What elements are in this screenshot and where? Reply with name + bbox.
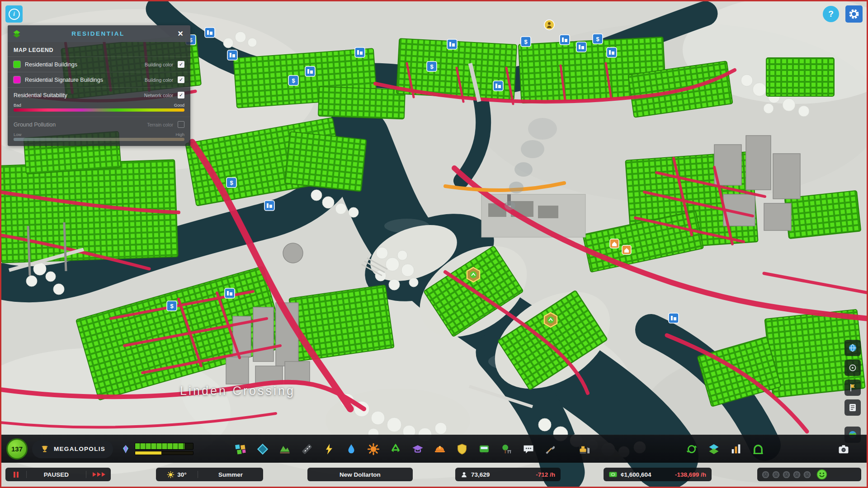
park-tree-icon bbox=[500, 443, 513, 455]
neutral-face-icon bbox=[762, 471, 769, 479]
help-button[interactable]: ? bbox=[823, 6, 839, 22]
signature-swatch bbox=[14, 76, 20, 83]
healthcare-tool-button[interactable] bbox=[366, 441, 381, 457]
economy-icon bbox=[685, 443, 698, 455]
statistics-button[interactable] bbox=[729, 441, 743, 457]
landscaping-tool-button[interactable] bbox=[543, 441, 558, 457]
areas-tool-button[interactable] bbox=[255, 441, 270, 457]
healthcare-icon bbox=[367, 443, 380, 455]
legend-row-ground-pollution: Ground Pollution Terrain color Low High bbox=[8, 117, 190, 146]
bulldozer-tool-button[interactable] bbox=[577, 441, 592, 457]
scale-high-label: Good bbox=[174, 103, 184, 108]
roads-tool-button[interactable] bbox=[300, 441, 314, 457]
happiness-pill[interactable] bbox=[757, 468, 861, 481]
checkbox-residential[interactable]: ✓ bbox=[178, 61, 184, 68]
settings-button[interactable] bbox=[845, 5, 863, 23]
main-toolbar: 137 MEGALOPOLIS bbox=[0, 435, 868, 463]
xp-progress-bar bbox=[135, 451, 193, 455]
landmark-button[interactable] bbox=[844, 380, 861, 396]
education-tool-button[interactable] bbox=[410, 441, 425, 457]
water-drop-icon bbox=[345, 443, 358, 455]
xp-badge[interactable]: 137 bbox=[6, 438, 28, 460]
signature-marker bbox=[544, 313, 557, 327]
season-label: Summer bbox=[198, 468, 263, 481]
transportation-tool-button[interactable] bbox=[477, 441, 491, 457]
weather-control[interactable]: 30° Summer bbox=[156, 468, 263, 481]
happy-face-icon bbox=[816, 469, 827, 480]
residential-swatch bbox=[14, 61, 20, 68]
police-tool-button[interactable] bbox=[455, 441, 469, 457]
crystal-icon bbox=[120, 444, 131, 455]
neutral-face-icon bbox=[772, 471, 780, 479]
communications-tool-button[interactable] bbox=[521, 441, 536, 457]
population-value: 73,629 bbox=[471, 471, 490, 478]
parks-tool-button[interactable] bbox=[499, 441, 514, 457]
checkbox-pollution[interactable] bbox=[178, 121, 184, 128]
shield-icon bbox=[456, 443, 468, 455]
pause-icon bbox=[14, 472, 19, 478]
milestone-progress-bar bbox=[135, 443, 193, 450]
locate-icon bbox=[847, 362, 858, 373]
money-icon bbox=[609, 471, 617, 478]
neutral-face-icon bbox=[803, 471, 811, 479]
garbage-tool-button[interactable] bbox=[388, 441, 403, 457]
checkbox-suitability[interactable]: ✓ bbox=[178, 92, 184, 99]
legend-row-residential-buildings: Residential Buildings Building color ✓ bbox=[8, 56, 190, 72]
electricity-tool-button[interactable] bbox=[322, 441, 336, 457]
zoning-icon bbox=[234, 443, 247, 455]
zoning-tool-button[interactable] bbox=[233, 441, 248, 457]
roads-icon bbox=[301, 443, 313, 455]
map-side-buttons bbox=[844, 340, 861, 443]
status-bar: PAUSED 30° Summer New Dollarton bbox=[0, 468, 868, 483]
water-tool-button[interactable] bbox=[344, 441, 359, 457]
help-icon: ? bbox=[828, 9, 834, 19]
speed-button[interactable] bbox=[86, 468, 111, 481]
close-icon[interactable]: × bbox=[175, 28, 186, 39]
scale-low-label: Low bbox=[14, 132, 21, 137]
treasury-trend: -138,699 /h bbox=[675, 471, 706, 478]
map-legend-panel: RESIDENTIAL × MAP LEGEND Residential Bui… bbox=[8, 25, 190, 146]
legend-row-suitability: Residential Suitability Network color ✓ … bbox=[8, 87, 190, 117]
checkbox-signature[interactable]: ✓ bbox=[178, 76, 184, 83]
simulation-control: PAUSED bbox=[5, 468, 111, 481]
journal-button[interactable] bbox=[844, 399, 861, 416]
scale-low-label: Bad bbox=[14, 103, 21, 108]
city-name: New Dollarton bbox=[340, 471, 381, 478]
milestone-progress-fill bbox=[135, 443, 184, 449]
bar-chart-icon bbox=[730, 443, 742, 455]
pause-state-label: PAUSED bbox=[27, 468, 86, 481]
sun-icon bbox=[167, 471, 175, 479]
fire-rescue-tool-button[interactable] bbox=[433, 441, 447, 457]
pollution-gradient-bar bbox=[14, 138, 184, 141]
legend-header[interactable]: RESIDENTIAL × bbox=[8, 25, 190, 42]
photo-mode-button[interactable] bbox=[836, 441, 851, 457]
info-icon: i bbox=[9, 9, 20, 20]
treasury-value: ¢1,600,604 bbox=[621, 471, 651, 478]
progression-button[interactable] bbox=[751, 441, 765, 457]
suitability-gradient-bar bbox=[14, 108, 184, 112]
scale-high-label: High bbox=[175, 132, 184, 137]
population-trend: -712 /h bbox=[536, 471, 555, 478]
neutral-face-icon bbox=[793, 471, 801, 479]
population-pill[interactable]: 73,629 -712 /h bbox=[455, 468, 561, 481]
game-screen: { "top": { "info_glyph": "i", "help_glyp… bbox=[0, 0, 868, 488]
economy-button[interactable] bbox=[684, 441, 699, 457]
globe-button[interactable] bbox=[844, 340, 861, 356]
chat-bubble-icon bbox=[522, 443, 535, 455]
milestone-label: MEGALOPOLIS bbox=[54, 446, 105, 452]
flag-icon bbox=[847, 382, 858, 393]
city-area-label: Linden Crossing bbox=[180, 384, 295, 398]
pause-button[interactable] bbox=[5, 468, 26, 481]
treasury-pill[interactable]: ¢1,600,604 -138,699 /h bbox=[604, 468, 712, 481]
housing-marker bbox=[610, 239, 619, 248]
recycle-icon bbox=[389, 443, 402, 455]
tool-row bbox=[233, 441, 765, 457]
locate-button[interactable] bbox=[844, 360, 861, 376]
city-name-pill: New Dollarton bbox=[307, 468, 413, 481]
neutral-face-icon bbox=[783, 471, 790, 479]
terrain-tool-button[interactable] bbox=[278, 441, 292, 457]
milestone-button[interactable]: MEGALOPOLIS bbox=[32, 440, 113, 458]
info-views-button[interactable] bbox=[707, 441, 721, 457]
legend-heading: MAP LEGEND bbox=[8, 42, 190, 56]
info-button[interactable]: i bbox=[5, 5, 23, 23]
